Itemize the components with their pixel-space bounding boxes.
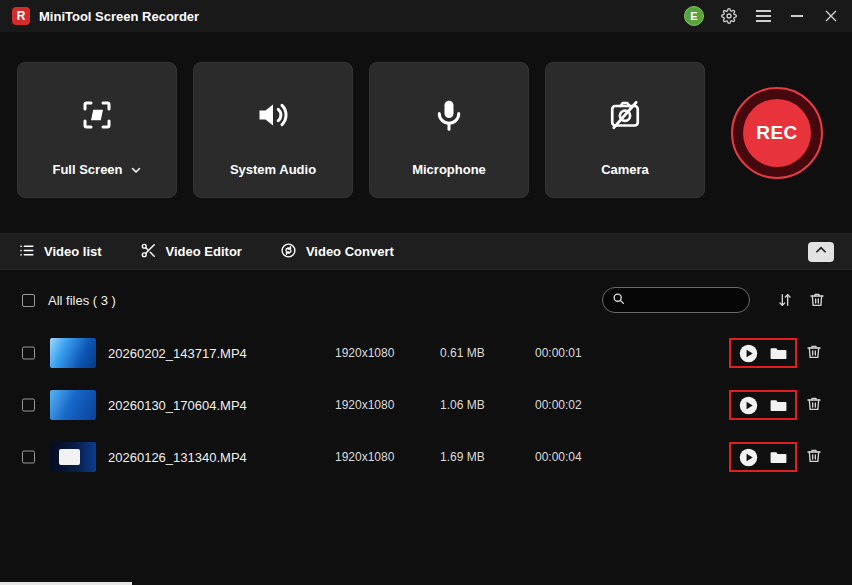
file-row: 20260126_131340.MP4 1920x1080 1.69 MB 00… [0, 431, 852, 483]
minimize-button[interactable] [788, 7, 806, 25]
full-screen-label: Full Screen [18, 162, 176, 177]
video-thumbnail [50, 390, 96, 420]
system-audio-card[interactable]: System Audio [193, 62, 353, 198]
titlebar: R MiniTool Screen Recorder E [0, 0, 852, 32]
app-logo-icon: R [12, 7, 30, 25]
row-checkbox[interactable] [22, 451, 35, 464]
recording-sources: Full Screen System Audio Micr [17, 62, 705, 198]
speaker-icon [194, 97, 352, 133]
tab-video-editor[interactable]: Video Editor [140, 242, 242, 262]
search-input[interactable] [631, 292, 740, 308]
delete-file-trash-icon[interactable] [806, 344, 824, 362]
open-folder-icon[interactable] [769, 448, 788, 467]
list-icon [18, 242, 35, 262]
video-thumbnail [50, 338, 96, 368]
app-title: MiniTool Screen Recorder [39, 9, 199, 24]
fullscreen-icon [18, 97, 176, 133]
delete-file-trash-icon[interactable] [806, 448, 824, 466]
files-header: All files ( 3 ) [0, 278, 852, 322]
system-audio-label: System Audio [194, 162, 352, 177]
sort-icon[interactable] [776, 291, 794, 309]
tabs-bar: Video list Video Editor Video Convert [0, 233, 852, 270]
play-button[interactable] [738, 343, 759, 364]
camera-off-icon [546, 97, 704, 133]
file-size: 1.06 MB [440, 398, 485, 412]
microphone-icon [370, 97, 528, 133]
file-name: 20260202_143717.MP4 [108, 346, 247, 361]
row-checkbox[interactable] [22, 399, 35, 412]
file-name: 20260130_170604.MP4 [108, 398, 247, 413]
file-name: 20260126_131340.MP4 [108, 450, 247, 465]
action-highlight-box [729, 390, 797, 420]
tab-label: Video list [44, 244, 102, 259]
chevron-up-icon [814, 243, 828, 261]
tab-video-convert[interactable]: Video Convert [280, 242, 394, 262]
row-checkbox[interactable] [22, 347, 35, 360]
file-resolution: 1920x1080 [335, 398, 394, 412]
convert-icon [280, 242, 297, 262]
settings-gear-icon[interactable] [720, 7, 738, 25]
select-all-checkbox[interactable] [22, 294, 35, 307]
search-box[interactable] [602, 287, 750, 313]
play-button[interactable] [738, 447, 759, 468]
menu-hamburger-icon[interactable] [754, 7, 772, 25]
file-size: 0.61 MB [440, 346, 485, 360]
record-button-label: REC [743, 99, 811, 167]
card-label-text: Full Screen [52, 162, 122, 177]
card-label-text: Camera [601, 162, 649, 177]
card-label-text: Microphone [412, 162, 486, 177]
open-folder-icon[interactable] [769, 344, 788, 363]
collapse-panel-button[interactable] [808, 242, 834, 262]
file-row: 20260202_143717.MP4 1920x1080 0.61 MB 00… [0, 327, 852, 379]
close-button[interactable] [822, 7, 840, 25]
titlebar-controls: E [684, 6, 840, 26]
record-button[interactable]: REC [731, 87, 823, 179]
microphone-card[interactable]: Microphone [369, 62, 529, 198]
chevron-down-icon[interactable] [130, 164, 142, 176]
account-avatar[interactable]: E [684, 6, 704, 26]
file-duration: 00:00:04 [535, 450, 582, 464]
video-thumbnail [50, 442, 96, 472]
open-folder-icon[interactable] [769, 396, 788, 415]
full-screen-card[interactable]: Full Screen [17, 62, 177, 198]
file-resolution: 1920x1080 [335, 450, 394, 464]
card-label-text: System Audio [230, 162, 316, 177]
camera-card[interactable]: Camera [545, 62, 705, 198]
tab-label: Video Convert [306, 244, 394, 259]
tab-video-list[interactable]: Video list [18, 242, 102, 262]
all-files-label: All files ( 3 ) [48, 293, 116, 308]
microphone-label: Microphone [370, 162, 528, 177]
play-button[interactable] [738, 395, 759, 416]
delete-file-trash-icon[interactable] [806, 396, 824, 414]
action-highlight-box [729, 338, 797, 368]
scissors-icon [140, 242, 157, 262]
delete-all-trash-icon[interactable] [808, 291, 826, 309]
file-row: 20260130_170604.MP4 1920x1080 1.06 MB 00… [0, 379, 852, 431]
file-resolution: 1920x1080 [335, 346, 394, 360]
camera-label: Camera [546, 162, 704, 177]
file-duration: 00:00:01 [535, 346, 582, 360]
search-icon [612, 291, 625, 309]
file-size: 1.69 MB [440, 450, 485, 464]
action-highlight-box [729, 442, 797, 472]
file-duration: 00:00:02 [535, 398, 582, 412]
tab-label: Video Editor [166, 244, 242, 259]
